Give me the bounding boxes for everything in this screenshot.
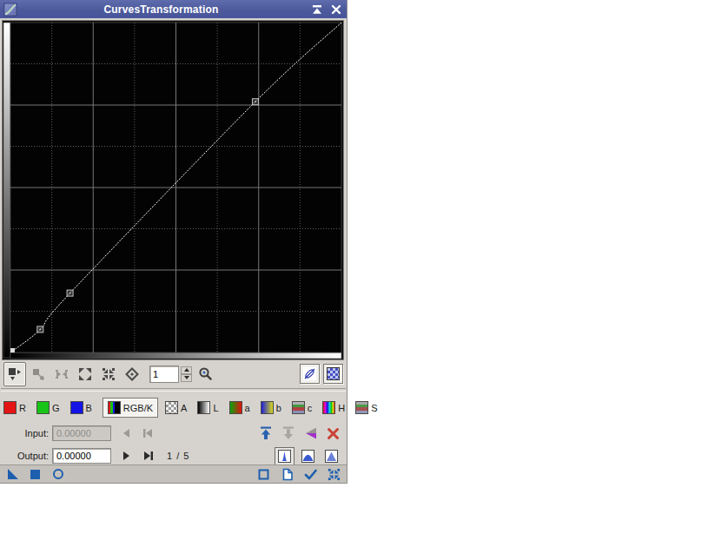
curve-point-center — [255, 102, 255, 102]
zoom-spin-up-button[interactable] — [181, 366, 192, 374]
channel-cie-b[interactable]: b — [261, 401, 281, 414]
lightness-channel-icon — [197, 401, 210, 414]
curves-window-icon — [3, 3, 17, 16]
select-point-mode-button[interactable] — [27, 362, 50, 386]
channel-rgbk[interactable]: RGB/K — [103, 398, 158, 418]
browse-documentation-button[interactable] — [280, 468, 295, 481]
apply-button[interactable] — [28, 468, 43, 481]
cie-a-channel-icon — [229, 401, 242, 414]
interpolation-linear-button[interactable] — [321, 447, 341, 465]
apply-global-button[interactable] — [256, 468, 271, 481]
store-curve-button[interactable] — [257, 426, 274, 441]
output-gradient-strip — [3, 23, 10, 358]
channel-cie-c[interactable]: c — [292, 401, 313, 414]
zoom-out-button[interactable] — [97, 362, 120, 386]
hue-channel-icon — [322, 401, 335, 414]
curves-transformation-window: CurvesTransformation — [0, 0, 347, 484]
new-instance-button[interactable] — [5, 468, 20, 481]
input-value-field[interactable] — [52, 425, 111, 441]
curve-editor-panel — [2, 20, 344, 360]
next-point-icon — [122, 451, 131, 461]
show-all-curves-button[interactable] — [300, 364, 320, 384]
curve-actions — [251, 426, 341, 441]
delete-point-mode-icon — [55, 367, 69, 381]
magnifier-icon — [198, 366, 213, 381]
select-point-mode-icon — [31, 367, 45, 381]
channel-green[interactable]: G — [36, 401, 60, 414]
store-curve-icon — [259, 426, 273, 440]
input-label: Input: — [0, 428, 49, 438]
zoom-spin-down-button[interactable] — [181, 374, 192, 382]
channel-lightness[interactable]: L — [197, 401, 218, 414]
restore-curve-button[interactable] — [280, 426, 296, 441]
output-value-field[interactable] — [52, 448, 111, 464]
title-bar[interactable]: CurvesTransformation — [0, 0, 347, 18]
channel-alpha[interactable]: A — [165, 401, 187, 414]
curve-lens-icon — [303, 367, 316, 380]
apply-square-icon — [30, 469, 41, 480]
pan-mode-button[interactable] — [121, 362, 143, 386]
invert-curve-button[interactable] — [302, 426, 319, 441]
green-channel-icon — [36, 401, 50, 414]
curve-point-center — [69, 293, 70, 293]
cubic-interpolation-icon — [301, 450, 314, 463]
output-label: Output: — [0, 451, 49, 461]
square-outline-icon — [258, 469, 269, 480]
rgbk-channel-icon — [108, 401, 121, 414]
red-channel-icon — [3, 401, 17, 414]
last-point-button[interactable] — [141, 450, 155, 462]
saturation-channel-icon — [355, 401, 368, 414]
last-point-icon — [142, 451, 154, 461]
curve-point-center — [40, 329, 41, 330]
check-parameters-button[interactable] — [303, 468, 318, 481]
shade-icon — [311, 4, 323, 15]
curve-editor[interactable] — [3, 21, 343, 359]
process-bottom-bar-right — [248, 468, 341, 481]
invert-curve-icon — [304, 426, 318, 440]
zoom-level-input[interactable] — [149, 366, 179, 383]
interpolation-cubic-button[interactable] — [298, 447, 318, 465]
channel-red[interactable]: R — [3, 401, 26, 414]
next-point-button[interactable] — [119, 450, 133, 462]
interpolation-akima-button[interactable] — [275, 447, 295, 465]
shade-button[interactable] — [310, 3, 324, 16]
process-bottom-bar — [0, 464, 347, 483]
delete-point-mode-button[interactable] — [50, 362, 73, 386]
blue-channel-icon — [70, 401, 83, 414]
close-button[interactable] — [329, 3, 343, 16]
reset-red-x-icon — [327, 427, 340, 440]
zoom-in-button[interactable] — [74, 362, 96, 386]
zoom-spin-arrows — [181, 366, 192, 382]
first-point-button[interactable] — [141, 427, 155, 439]
curve-toolbar — [0, 360, 347, 386]
cie-c-channel-icon — [292, 401, 305, 414]
channel-selector: R G B RGB/K A L a b — [0, 392, 347, 422]
cie-b-channel-icon — [261, 401, 274, 414]
channel-saturation[interactable]: S — [355, 401, 377, 414]
alpha-channel-icon — [165, 401, 178, 414]
edit-point-mode-button[interactable] — [3, 362, 26, 386]
zoom-magnifier-button[interactable] — [194, 362, 216, 386]
reset-dialog-button[interactable] — [327, 468, 341, 481]
first-point-icon — [142, 428, 154, 438]
channel-blue[interactable]: B — [70, 401, 92, 414]
window-title: CurvesTransformation — [17, 3, 305, 16]
document-icon — [281, 468, 294, 481]
input-gradient-strip — [10, 352, 341, 359]
restore-curve-icon — [281, 426, 295, 440]
curve-point-selected[interactable] — [10, 348, 15, 352]
previous-point-icon — [122, 428, 131, 438]
realtime-preview-button[interactable] — [50, 468, 65, 481]
curve-view-toggles — [296, 364, 343, 384]
previous-point-button[interactable] — [119, 427, 133, 439]
channel-hue[interactable]: H — [322, 401, 345, 414]
reset-curve-button[interactable] — [325, 426, 341, 441]
input-row: Input: — [0, 422, 347, 445]
pan-mode-icon — [125, 367, 139, 381]
zoom-in-icon — [78, 367, 92, 381]
toggle-grid-button[interactable] — [323, 364, 343, 384]
channel-cie-a[interactable]: a — [229, 401, 250, 414]
linear-interpolation-icon — [325, 450, 338, 463]
grid-icon — [327, 367, 340, 380]
point-indicator: 1 / 5 — [167, 451, 189, 461]
